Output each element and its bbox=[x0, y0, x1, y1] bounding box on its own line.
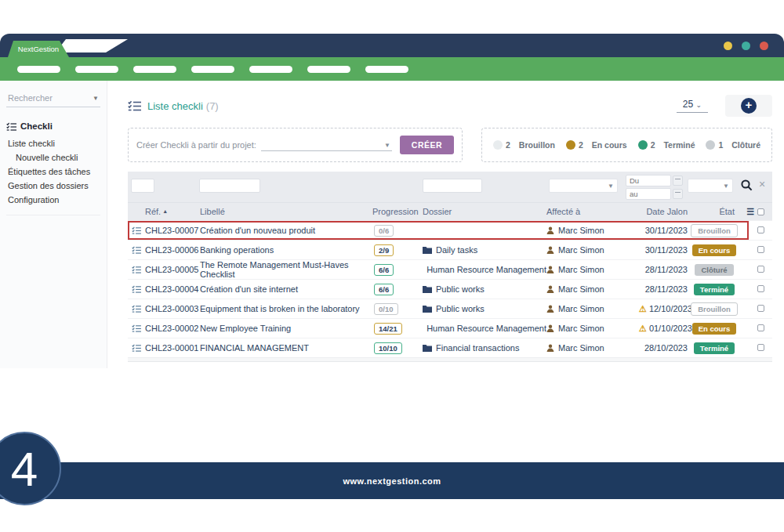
filter-ref-input[interactable] bbox=[131, 179, 154, 193]
add-checkli-button[interactable]: + bbox=[741, 98, 757, 114]
main-content: Liste checkli (7) 25 ⌄ + Créer Checkli à… bbox=[107, 81, 784, 368]
nav-item-placeholder[interactable] bbox=[75, 66, 118, 73]
chevron-down-icon: ▼ bbox=[93, 95, 99, 102]
row-ref[interactable]: CHL23-00004 bbox=[145, 284, 200, 294]
sidebar-item-gestion-dossiers[interactable]: Gestion des dossiers bbox=[6, 179, 100, 193]
table-row[interactable]: CHL23-00005 The Remote Management Must-H… bbox=[128, 259, 772, 279]
checklist-icon bbox=[128, 324, 145, 332]
status-badge: Terminé bbox=[694, 284, 735, 295]
window-minimize-dot[interactable] bbox=[724, 42, 732, 50]
window-maximize-dot[interactable] bbox=[742, 42, 750, 50]
progression-badge: 14/21 bbox=[374, 323, 402, 335]
sidebar: Rechercher ▼ Checkli Liste checkli Nouve… bbox=[0, 81, 107, 368]
page-size-select[interactable]: 25 ⌄ bbox=[677, 99, 708, 113]
column-header-progression[interactable]: Progression bbox=[372, 207, 423, 216]
status-badge: Clôturé bbox=[695, 264, 733, 276]
progression-badge: 0/10 bbox=[374, 303, 398, 315]
row-checkbox[interactable] bbox=[757, 305, 764, 312]
filter-date-du-input[interactable] bbox=[626, 175, 671, 186]
window-titlebar: NextGestion bbox=[0, 34, 784, 57]
sidebar-search-select[interactable]: Rechercher ▼ bbox=[6, 92, 100, 107]
sidebar-search-placeholder: Rechercher bbox=[8, 93, 53, 103]
list-view-icon[interactable]: ☰ bbox=[746, 207, 754, 217]
checkli-table: ▼ ▼ × bbox=[128, 172, 772, 362]
row-dossier: Financial transactions bbox=[436, 343, 519, 353]
status-dot bbox=[493, 140, 503, 150]
row-ref[interactable]: CHL23-00001 bbox=[145, 343, 200, 353]
table-row[interactable]: CHL23-00001 FINANCIAL MANAGEMENT 10/10 F… bbox=[128, 338, 772, 357]
sidebar-item-liste-checkli[interactable]: Liste checkli bbox=[6, 136, 100, 150]
search-icon[interactable] bbox=[741, 179, 753, 193]
row-libelle[interactable]: Banking operations bbox=[200, 245, 372, 255]
column-header-dossier[interactable]: Dossier bbox=[423, 207, 546, 216]
row-dossier: Public works bbox=[436, 304, 485, 313]
nav-item-placeholder[interactable] bbox=[17, 66, 60, 73]
row-ref[interactable]: CHL23-00007 bbox=[145, 226, 200, 235]
table-row[interactable]: CHL23-00006 Banking operations 2/9 Daily… bbox=[128, 240, 772, 259]
row-date: 30/11/2023 bbox=[645, 226, 688, 235]
filter-dossier-input[interactable] bbox=[423, 179, 482, 193]
row-libelle[interactable]: The Remote Management Must-Haves Checkli… bbox=[200, 260, 372, 279]
sidebar-item-nouvelle-checkli[interactable]: Nouvelle checkli bbox=[6, 150, 100, 165]
row-dossier: Daily tasks bbox=[436, 245, 477, 255]
table-row[interactable]: CHL23-00003 Equipment that is broken in … bbox=[128, 299, 772, 318]
sort-asc-icon: ▲ bbox=[162, 208, 168, 214]
row-libelle[interactable]: FINANCIAL MANAGEMENT bbox=[200, 343, 372, 353]
row-libelle[interactable]: Equipment that is broken in the laborato… bbox=[200, 304, 372, 313]
table-filter-row: ▼ ▼ × bbox=[128, 172, 772, 203]
nav-item-placeholder[interactable] bbox=[191, 66, 234, 73]
nav-item-placeholder[interactable] bbox=[307, 66, 350, 73]
row-libelle[interactable]: Création d'un site internet bbox=[200, 284, 372, 294]
row-checkbox[interactable] bbox=[757, 246, 764, 253]
column-header-etat[interactable]: État bbox=[688, 207, 741, 216]
row-ref[interactable]: CHL23-00002 bbox=[145, 324, 200, 333]
create-button[interactable]: CRÉER bbox=[400, 136, 454, 154]
checklist-icon bbox=[128, 246, 145, 254]
sidebar-item-configuration[interactable]: Configuration bbox=[6, 193, 100, 207]
row-checkbox[interactable] bbox=[757, 324, 764, 331]
table-row[interactable]: CHL23-00004 Création d'un site internet … bbox=[128, 279, 772, 299]
person-icon bbox=[546, 344, 554, 352]
row-checkbox[interactable] bbox=[757, 266, 764, 273]
legend-brouillon: 2 Brouillon bbox=[493, 140, 555, 150]
row-checkbox[interactable] bbox=[757, 344, 764, 351]
row-date: 28/10/2023 bbox=[644, 343, 688, 353]
status-badge: En cours bbox=[692, 323, 737, 335]
window-close-dot[interactable] bbox=[760, 42, 768, 50]
filter-date-au-input[interactable] bbox=[626, 188, 671, 200]
row-libelle[interactable]: New Employee Training bbox=[200, 324, 372, 333]
sidebar-item-etiquettes-taches[interactable]: Étiquettes des tâches bbox=[6, 165, 100, 179]
column-header-date-jalon[interactable]: Date Jalon bbox=[639, 207, 688, 216]
checklist-icon bbox=[128, 226, 145, 234]
footer-bar: www.nextgestion.com bbox=[0, 462, 784, 499]
calendar-icon[interactable] bbox=[673, 189, 683, 199]
row-libelle[interactable]: Création d'un nouveau produit bbox=[200, 226, 372, 235]
filter-affecte-select[interactable]: ▼ bbox=[549, 179, 618, 193]
calendar-icon[interactable] bbox=[673, 176, 683, 186]
project-select[interactable]: ▼ bbox=[261, 139, 392, 151]
row-ref[interactable]: CHL23-00003 bbox=[145, 304, 200, 313]
status-badge: Terminé bbox=[694, 342, 735, 354]
table-row[interactable]: CHL23-00002 New Employee Training 14/21 … bbox=[128, 318, 772, 338]
row-checkbox[interactable] bbox=[757, 226, 764, 233]
row-checkbox[interactable] bbox=[757, 285, 764, 292]
select-all-checkbox[interactable] bbox=[757, 208, 764, 215]
clear-filters-icon[interactable]: × bbox=[759, 178, 765, 190]
row-ref[interactable]: CHL23-00005 bbox=[145, 265, 200, 274]
column-header-ref[interactable]: Réf.▲ bbox=[145, 207, 200, 216]
status-legend: 2 Brouillon 2 En cours 2 Terminé 1 Clôtu… bbox=[481, 128, 772, 162]
filter-etat-select[interactable]: ▼ bbox=[688, 179, 733, 193]
table-row[interactable]: CHL23-00007 Création d'un nouveau produi… bbox=[128, 220, 772, 240]
filter-libelle-input[interactable] bbox=[199, 179, 260, 193]
nav-item-placeholder[interactable] bbox=[249, 66, 292, 73]
row-ref[interactable]: CHL23-00006 bbox=[145, 245, 200, 255]
column-header-affecte[interactable]: Affecté à bbox=[546, 207, 639, 216]
nav-item-placeholder[interactable] bbox=[365, 66, 408, 73]
warning-icon: ⚠ bbox=[639, 324, 647, 333]
row-date: 01/10/2023 bbox=[649, 324, 692, 333]
page-title: Liste checkli bbox=[147, 100, 203, 112]
nav-item-placeholder[interactable] bbox=[133, 66, 176, 73]
row-dossier: Public works bbox=[436, 284, 485, 294]
column-header-libelle[interactable]: Libellé bbox=[200, 207, 372, 216]
sidebar-section-checkli[interactable]: Checkli bbox=[6, 121, 100, 131]
